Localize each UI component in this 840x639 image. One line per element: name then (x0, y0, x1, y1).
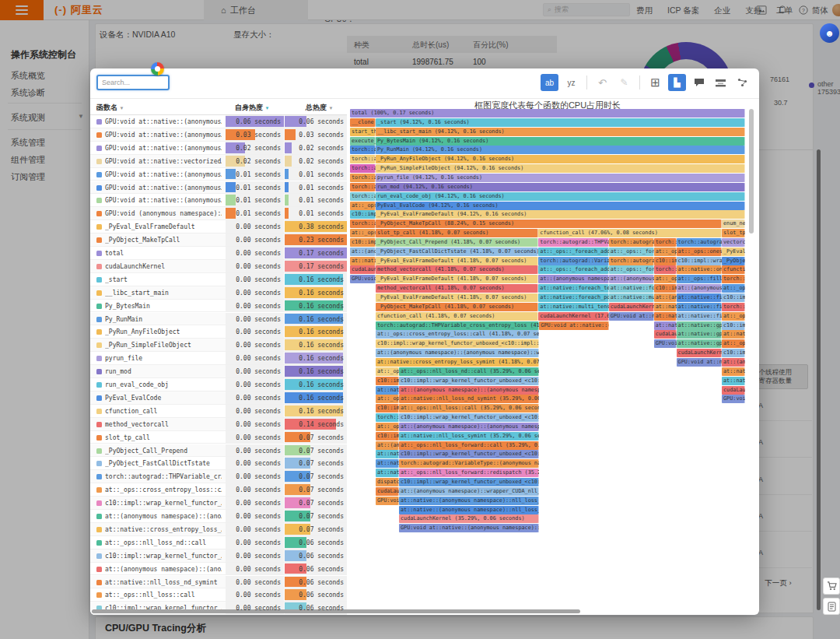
flame-frame[interactable]: vectorca (722, 238, 745, 247)
flame-frame[interactable]: at::_ops::nll_loss::call (35.29%, 0.06 s… (399, 404, 539, 413)
flame-frame[interactable]: at::(anonymous n (677, 284, 722, 293)
flame-frame[interactable]: c10::im (722, 321, 745, 330)
table-row[interactable]: at::_ops::cross_entropy_loss::c…0.00 sec… (90, 483, 347, 497)
flame-frame[interactable]: c10::im (722, 293, 745, 302)
flame-frame[interactable]: at::_op (376, 367, 399, 376)
flame-frame[interactable]: torch::a (350, 183, 376, 191)
table-row[interactable]: total0.00 seconds0.17 seconds (90, 247, 347, 260)
table-row[interactable]: GPU:void at::native::(anonymous…0.02 sec… (90, 142, 347, 155)
flame-frame[interactable]: torch:: (654, 238, 677, 247)
modal-vertical-scrollbar[interactable] (749, 109, 754, 233)
table-row[interactable]: Py_RunMain0.00 seconds0.16 seconds (90, 313, 347, 326)
flame-frame[interactable]: _PyObject_MakeTpCall (41.18%, 0.07 secon… (376, 303, 538, 311)
flame-frame[interactable]: torch:: (722, 303, 745, 311)
flame-frame[interactable]: at::native::gpu_ (677, 330, 722, 339)
flame-frame[interactable]: c10::im (376, 404, 399, 413)
flame-frame[interactable]: torch::autograd: (677, 238, 722, 247)
flame-frame[interactable]: _PyEval_ (722, 248, 745, 256)
table-row[interactable]: GPU:void at::native::(anonymous…0.01 sec… (90, 168, 347, 181)
flame-frame[interactable]: at::_op (654, 275, 677, 283)
flame-frame[interactable]: at::_ops::_forea (609, 248, 654, 256)
flame-frame[interactable]: slot_tp_call (41.18%, 0.07 seconds) (376, 229, 538, 237)
flame-frame[interactable]: c10::impl::wrap_ (677, 257, 722, 265)
flame-frame[interactable]: at::(anonymous namespace)::(anonymous na… (399, 423, 539, 431)
table-view-icon[interactable]: ⊞ (646, 74, 664, 91)
flame-frame[interactable]: cfunction_call (47.06%, 0.08 seconds) (538, 229, 722, 237)
regex-toggle[interactable]: yz (562, 74, 580, 91)
flame-frame[interactable]: at::_ops::_forea (609, 265, 654, 274)
flame-frame[interactable]: at::nati (376, 450, 399, 458)
flame-frame[interactable]: at::nat (654, 321, 677, 330)
flame-frame[interactable]: at::_op (376, 423, 399, 431)
table-row[interactable]: c10::impl::wrap_kernel_functor_…0.00 sec… (90, 549, 347, 563)
flame-frame[interactable]: at::_ops::_foreach_addcd (538, 248, 608, 256)
flame-frame[interactable]: cudaLaunchKernel (35.29%, 0.06 seconds) (399, 514, 539, 523)
flame-frame[interactable]: at::nat (654, 303, 677, 311)
flame-frame[interactable]: at::native::(anonymous namespace)::nll_l… (399, 497, 539, 505)
table-row[interactable]: at::native::cross_entropy_loss_…0.00 sec… (90, 523, 347, 536)
flame-frame[interactable]: _PyEval_EvalFrameDefault (41.18%, 0.07 s… (376, 257, 538, 265)
table-row[interactable]: at::_ops::nll_loss_nd::call0.00 seconds0… (90, 536, 347, 549)
flame-frame[interactable]: cudaLaun (376, 487, 399, 496)
flame-frame[interactable]: torch::a (350, 155, 376, 163)
flame-frame[interactable]: torch::autograd::Variabl (538, 257, 608, 265)
flame-frame[interactable]: method_vectorcall (41.18%, 0.07 seconds) (376, 284, 538, 293)
flame-frame[interactable]: c10::imp (350, 210, 376, 219)
cart-button[interactable] (823, 578, 840, 595)
flame-frame[interactable]: torch:: (722, 275, 745, 283)
flame-frame[interactable]: GPU:void at::native::(anonymous namespac… (399, 524, 539, 532)
table-row[interactable]: __libc_start_main0.00 seconds0.16 second… (90, 286, 347, 300)
flame-frame[interactable]: cudaLaunchKernel (609, 303, 654, 311)
flame-frame[interactable]: torch:: (376, 413, 399, 422)
flame-frame[interactable]: c10::impl::wrap_kernel_functor_unboxed_<… (376, 339, 539, 348)
table-row[interactable]: at::_ops::nll_loss::call0.00 seconds0.06… (90, 588, 347, 602)
flame-frame[interactable]: at::_ops::fill_ (677, 275, 722, 283)
flame-frame[interactable]: GPU:void (350, 275, 376, 283)
flame-frame[interactable]: at::_ops::_foreach_addcd (538, 265, 608, 274)
annotation-icon[interactable] (690, 74, 708, 91)
flame-frame[interactable]: at::(an (722, 358, 745, 367)
flame-frame[interactable]: c10::im (654, 284, 677, 293)
column-total-heat[interactable]: 总热度 ▼ (306, 103, 333, 113)
flame-frame[interactable]: at::(an (376, 441, 399, 450)
table-row[interactable]: at::native::nll_loss_nd_symint0.00 secon… (90, 576, 347, 589)
flame-frame[interactable]: at::_ops::nll_loss_nd::call (35.29%, 0.0… (399, 367, 539, 376)
flame-frame[interactable]: at::(anonymous namespace)::wrapper_CUDA_… (399, 487, 539, 496)
flame-frame[interactable]: Py_BytesMain (94.12%, 0.16 seconds) (376, 137, 745, 146)
flame-frame[interactable]: at::_op (722, 284, 745, 293)
flame-frame[interactable]: at::native::ones (677, 265, 722, 274)
flame-frame[interactable]: __libc_start_main (94.12%, 0.16 seconds) (376, 128, 745, 136)
flame-frame[interactable]: execute_ (350, 137, 376, 146)
flame-frame[interactable]: start_th (350, 128, 376, 136)
flame-frame[interactable]: torch::autograd::THPVariable_cross_entro… (376, 321, 539, 330)
flame-frame[interactable]: at::_op (722, 312, 745, 321)
flame-frame[interactable]: at::(anonymous namespace)::(anonymous na… (376, 349, 539, 357)
flame-frame[interactable]: at::_ops::nll_loss_forward::call (35.29%… (399, 441, 539, 450)
flame-frame[interactable]: torch::a (350, 146, 376, 154)
flame-frame[interactable]: c10::imp (350, 238, 376, 247)
flame-frame[interactable]: _PyEval_EvalFrameDefault (94.12%, 0.16 s… (376, 210, 745, 219)
flame-frame[interactable]: c10::im (654, 257, 677, 265)
flame-frame[interactable]: at::native::fill (677, 293, 722, 302)
flame-frame[interactable]: at::native::gpu_ (677, 339, 722, 348)
flame-frame[interactable]: _start (94.12%, 0.16 seconds) (376, 118, 745, 127)
flame-frame[interactable]: cudaLaunchKernel (677, 349, 722, 357)
table-row[interactable]: c10::impl::wrap_kernel_functor_…0.00 sec… (90, 497, 347, 510)
customer-service-button[interactable]: ☻ (820, 23, 839, 43)
flame-frame[interactable]: slot_tp_ (722, 229, 745, 237)
flame-frame[interactable]: at::native::fill (677, 312, 722, 321)
table-row[interactable]: pyrun_file0.00 seconds0.16 seconds (90, 352, 347, 365)
flame-frame[interactable]: GPU:void at::nat (677, 358, 722, 367)
flame-frame[interactable]: method_vectorcall (41.18%, 0.07 seconds) (376, 265, 538, 274)
table-row[interactable]: GPU:void at::native::(anonymous…0.01 sec… (90, 181, 347, 195)
flame-frame[interactable]: _PyRun_SimpleFileObject (94.12%, 0.16 se… (376, 164, 745, 173)
flame-frame[interactable]: at::nat (654, 312, 677, 321)
table-row[interactable]: at::(anonymous namespace)::(ano…0.00 sec… (90, 563, 347, 576)
function-search-input[interactable] (96, 75, 170, 90)
table-row[interactable]: _PyEval_EvalFrameDefault0.00 seconds0.38… (90, 220, 347, 233)
flame-frame[interactable]: GPU:voi (654, 339, 677, 348)
flame-frame[interactable]: torch::a (350, 174, 376, 182)
flame-frame[interactable]: at::nat (722, 367, 745, 376)
flame-frame[interactable]: torch::a (350, 164, 376, 173)
flame-frame[interactable]: at::native::nll_loss_symint (35.29%, 0.0… (399, 432, 539, 441)
